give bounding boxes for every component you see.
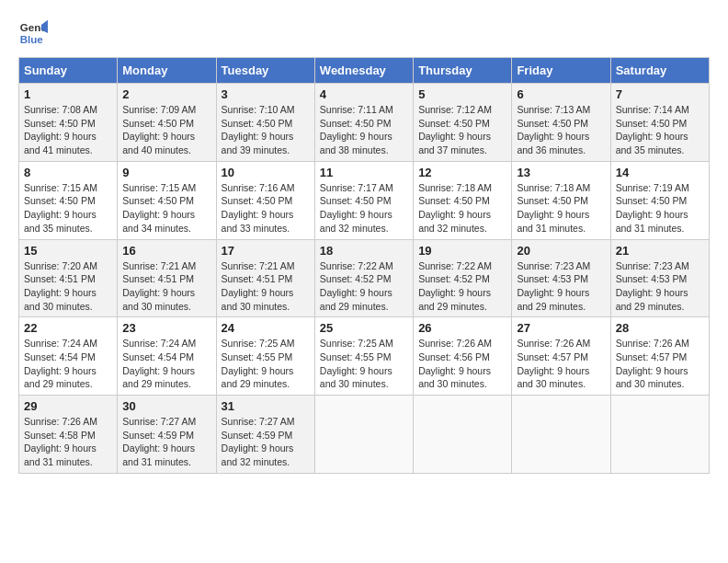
table-row: 19 Sunrise: 7:22 AMSunset: 4:52 PMDaylig…: [414, 239, 512, 317]
table-row: 6 Sunrise: 7:13 AMSunset: 4:50 PMDayligh…: [512, 84, 610, 162]
day-number: 17: [222, 244, 310, 258]
day-number: 25: [320, 321, 408, 335]
day-number: 23: [122, 321, 210, 335]
table-row: 12 Sunrise: 7:18 AMSunset: 4:50 PMDaylig…: [414, 161, 512, 239]
logo-icon: General Blue: [18, 18, 48, 48]
day-number: 27: [517, 321, 605, 335]
day-number: 14: [616, 166, 704, 179]
col-friday: Friday: [512, 58, 610, 84]
day-detail: Sunrise: 7:26 AMSunset: 4:57 PMDaylight:…: [616, 338, 689, 389]
calendar-table: Sunday Monday Tuesday Wednesday Thursday…: [18, 57, 710, 474]
table-row: 7 Sunrise: 7:14 AMSunset: 4:50 PMDayligh…: [610, 84, 709, 162]
day-detail: Sunrise: 7:22 AMSunset: 4:52 PMDaylight:…: [418, 260, 492, 312]
day-number: 3: [222, 87, 310, 101]
day-detail: Sunrise: 7:15 AMSunset: 4:50 PMDaylight:…: [122, 182, 196, 234]
table-row: 14 Sunrise: 7:19 AMSunset: 4:50 PMDaylig…: [610, 161, 709, 239]
day-number: 24: [222, 321, 310, 335]
day-number: 20: [517, 244, 605, 258]
table-row: 5 Sunrise: 7:12 AMSunset: 4:50 PMDayligh…: [414, 84, 512, 162]
col-saturday: Saturday: [610, 58, 709, 84]
day-number: 1: [24, 87, 112, 101]
table-row: 4 Sunrise: 7:11 AMSunset: 4:50 PMDayligh…: [314, 84, 413, 162]
table-row: 2 Sunrise: 7:09 AMSunset: 4:50 PMDayligh…: [118, 84, 216, 162]
day-number: 26: [418, 321, 506, 335]
table-row: 10 Sunrise: 7:16 AMSunset: 4:50 PMDaylig…: [216, 161, 314, 239]
table-row: 29 Sunrise: 7:26 AMSunset: 4:58 PMDaylig…: [19, 396, 118, 474]
day-detail: Sunrise: 7:20 AMSunset: 4:51 PMDaylight:…: [24, 260, 97, 312]
table-row: 21 Sunrise: 7:23 AMSunset: 4:53 PMDaylig…: [610, 239, 709, 317]
day-number: 19: [418, 244, 506, 258]
day-detail: Sunrise: 7:08 AMSunset: 4:50 PMDaylight:…: [24, 104, 97, 155]
week-row-4: 22 Sunrise: 7:24 AMSunset: 4:54 PMDaylig…: [19, 317, 710, 396]
day-detail: Sunrise: 7:26 AMSunset: 4:58 PMDaylight:…: [24, 416, 97, 467]
col-thursday: Thursday: [414, 58, 512, 84]
day-number: 29: [24, 399, 112, 413]
logo: General Blue: [18, 18, 48, 48]
col-monday: Monday: [118, 58, 216, 84]
day-detail: Sunrise: 7:18 AMSunset: 4:50 PMDaylight:…: [517, 182, 590, 234]
table-row: 20 Sunrise: 7:23 AMSunset: 4:53 PMDaylig…: [512, 239, 610, 317]
table-row: 26 Sunrise: 7:26 AMSunset: 4:56 PMDaylig…: [414, 317, 512, 396]
day-number: 30: [122, 399, 210, 413]
day-detail: Sunrise: 7:19 AMSunset: 4:50 PMDaylight:…: [616, 182, 689, 234]
table-row: 15 Sunrise: 7:20 AMSunset: 4:51 PMDaylig…: [19, 239, 118, 317]
table-row: 23 Sunrise: 7:24 AMSunset: 4:54 PMDaylig…: [118, 317, 216, 396]
day-number: 6: [517, 87, 605, 101]
day-number: 13: [517, 166, 605, 179]
col-wednesday: Wednesday: [314, 58, 413, 84]
svg-text:Blue: Blue: [20, 34, 44, 45]
table-row: 30 Sunrise: 7:27 AMSunset: 4:59 PMDaylig…: [118, 396, 216, 474]
table-row: 8 Sunrise: 7:15 AMSunset: 4:50 PMDayligh…: [19, 161, 118, 239]
table-row: [314, 396, 413, 474]
day-detail: Sunrise: 7:22 AMSunset: 4:52 PMDaylight:…: [320, 260, 393, 312]
col-sunday: Sunday: [19, 58, 118, 84]
day-number: 11: [320, 166, 408, 179]
day-detail: Sunrise: 7:15 AMSunset: 4:50 PMDaylight:…: [24, 182, 97, 234]
week-row-2: 8 Sunrise: 7:15 AMSunset: 4:50 PMDayligh…: [19, 161, 710, 239]
table-row: 28 Sunrise: 7:26 AMSunset: 4:57 PMDaylig…: [610, 317, 709, 396]
table-row: [414, 396, 512, 474]
table-row: [610, 396, 709, 474]
header-row: Sunday Monday Tuesday Wednesday Thursday…: [19, 58, 710, 84]
col-tuesday: Tuesday: [216, 58, 314, 84]
table-row: 25 Sunrise: 7:25 AMSunset: 4:55 PMDaylig…: [314, 317, 413, 396]
day-number: 8: [24, 166, 112, 179]
week-row-1: 1 Sunrise: 7:08 AMSunset: 4:50 PMDayligh…: [19, 84, 710, 162]
day-detail: Sunrise: 7:21 AMSunset: 4:51 PMDaylight:…: [222, 260, 295, 312]
day-detail: Sunrise: 7:23 AMSunset: 4:53 PMDaylight:…: [616, 260, 689, 312]
day-detail: Sunrise: 7:23 AMSunset: 4:53 PMDaylight:…: [517, 260, 590, 312]
day-detail: Sunrise: 7:25 AMSunset: 4:55 PMDaylight:…: [222, 338, 295, 389]
day-number: 4: [320, 87, 408, 101]
day-number: 16: [122, 244, 210, 258]
table-row: 17 Sunrise: 7:21 AMSunset: 4:51 PMDaylig…: [216, 239, 314, 317]
day-detail: Sunrise: 7:18 AMSunset: 4:50 PMDaylight:…: [418, 182, 492, 234]
day-detail: Sunrise: 7:27 AMSunset: 4:59 PMDaylight:…: [222, 416, 295, 467]
day-detail: Sunrise: 7:11 AMSunset: 4:50 PMDaylight:…: [320, 104, 393, 155]
day-number: 2: [122, 87, 210, 101]
table-row: 16 Sunrise: 7:21 AMSunset: 4:51 PMDaylig…: [118, 239, 216, 317]
day-number: 7: [616, 87, 704, 101]
day-number: 21: [616, 244, 704, 258]
table-row: 3 Sunrise: 7:10 AMSunset: 4:50 PMDayligh…: [216, 84, 314, 162]
day-detail: Sunrise: 7:26 AMSunset: 4:57 PMDaylight:…: [517, 338, 590, 389]
day-number: 12: [418, 166, 506, 179]
table-row: 9 Sunrise: 7:15 AMSunset: 4:50 PMDayligh…: [118, 161, 216, 239]
day-detail: Sunrise: 7:10 AMSunset: 4:50 PMDaylight:…: [222, 104, 295, 155]
table-row: 13 Sunrise: 7:18 AMSunset: 4:50 PMDaylig…: [512, 161, 610, 239]
day-number: 15: [24, 244, 112, 258]
day-detail: Sunrise: 7:12 AMSunset: 4:50 PMDaylight:…: [418, 104, 492, 155]
day-number: 31: [222, 399, 310, 413]
day-number: 22: [24, 321, 112, 335]
table-row: 11 Sunrise: 7:17 AMSunset: 4:50 PMDaylig…: [314, 161, 413, 239]
day-detail: Sunrise: 7:09 AMSunset: 4:50 PMDaylight:…: [122, 104, 196, 155]
table-row: 24 Sunrise: 7:25 AMSunset: 4:55 PMDaylig…: [216, 317, 314, 396]
week-row-3: 15 Sunrise: 7:20 AMSunset: 4:51 PMDaylig…: [19, 239, 710, 317]
day-detail: Sunrise: 7:26 AMSunset: 4:56 PMDaylight:…: [418, 338, 492, 389]
day-detail: Sunrise: 7:25 AMSunset: 4:55 PMDaylight:…: [320, 338, 393, 389]
day-detail: Sunrise: 7:21 AMSunset: 4:51 PMDaylight:…: [122, 260, 196, 312]
day-number: 9: [122, 166, 210, 179]
day-number: 28: [616, 321, 704, 335]
table-row: 18 Sunrise: 7:22 AMSunset: 4:52 PMDaylig…: [314, 239, 413, 317]
week-row-5: 29 Sunrise: 7:26 AMSunset: 4:58 PMDaylig…: [19, 396, 710, 474]
table-row: 1 Sunrise: 7:08 AMSunset: 4:50 PMDayligh…: [19, 84, 118, 162]
